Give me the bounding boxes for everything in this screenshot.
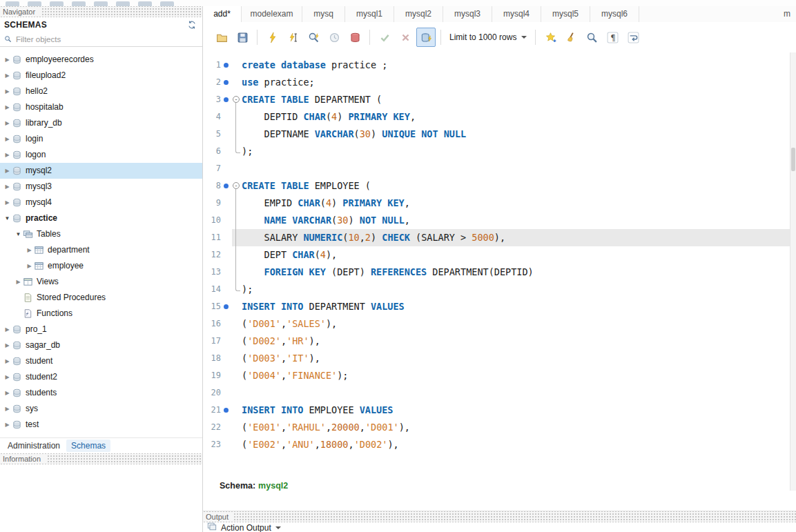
chevron-down-icon[interactable] — [275, 526, 281, 532]
code-line-9[interactable]: 9 EMPID CHAR(4) PRIMARY KEY, — [203, 195, 790, 212]
wrap-text-icon[interactable] — [623, 28, 643, 47]
code-line-12[interactable]: 12 DEPT CHAR(4), — [203, 246, 790, 264]
code-line-21[interactable]: 21INSERT INTO EMPLOYEE VALUES — [203, 402, 790, 419]
open-sql-file-icon[interactable] — [212, 28, 231, 47]
save-snippet-icon[interactable] — [541, 28, 560, 47]
chevron-collapsed-icon[interactable]: ▶ — [3, 104, 12, 110]
chevron-collapsed-icon[interactable]: ▶ — [3, 199, 12, 206]
code-line-19[interactable]: 19('D004','FINANCE'); — [203, 367, 790, 384]
tree-item-stored-procedures[interactable]: Stored Procedures — [0, 290, 202, 306]
editor-scrollbar[interactable] — [790, 52, 796, 491]
code-line-17[interactable]: 17('D002','HR'), — [203, 333, 790, 350]
tree-item-library-db[interactable]: ▶library_db — [0, 115, 202, 131]
editor-tab-mysql3[interactable]: mysql3 — [443, 6, 492, 22]
tree-item-login[interactable]: ▶login — [0, 131, 202, 147]
chevron-collapsed-icon[interactable]: ▶ — [25, 247, 34, 253]
code-line-2[interactable]: 2use practice; — [203, 74, 790, 91]
editor-tab-mysql4[interactable]: mysql4 — [492, 6, 541, 22]
code-line-22[interactable]: 22('E001','RAHUL',20000,'D001'), — [203, 419, 790, 436]
tree-item-students[interactable]: ▶students — [0, 385, 202, 401]
code-line-1[interactable]: 1create database practice ; — [203, 57, 790, 74]
chevron-collapsed-icon[interactable]: ▶ — [14, 279, 23, 285]
tree-item-hospitalab[interactable]: ▶hospitalab — [0, 99, 202, 115]
filter-objects-input[interactable] — [14, 35, 198, 44]
tree-item-fileupload2[interactable]: ▶fileupload2 — [0, 68, 202, 83]
editor-tab-mysql2[interactable]: mysql2 — [394, 6, 443, 22]
chevron-collapsed-icon[interactable]: ▶ — [3, 88, 12, 95]
code-line-20[interactable]: 20 — [203, 384, 790, 402]
editor-scrollbar-thumb[interactable] — [791, 148, 795, 171]
commit-icon[interactable] — [375, 28, 394, 47]
editor-tab-mysq[interactable]: mysq — [302, 6, 345, 22]
code-line-7[interactable]: 7 — [203, 160, 790, 177]
chevron-collapsed-icon[interactable]: ▶ — [3, 57, 12, 63]
tree-item-test[interactable]: ▶test — [0, 417, 202, 433]
chevron-expanded-icon[interactable]: ▼ — [3, 215, 12, 221]
code-line-13[interactable]: 13 FOREIGN KEY (DEPT) REFERENCES DEPARTM… — [203, 264, 790, 281]
chevron-collapsed-icon[interactable]: ▶ — [3, 422, 12, 428]
tree-item-pro-1[interactable]: ▶pro_1 — [0, 322, 202, 337]
tree-item-employee[interactable]: ▶employee — [0, 258, 202, 274]
code-line-18[interactable]: 18('D003','IT'), — [203, 350, 790, 367]
chevron-collapsed-icon[interactable]: ▶ — [25, 263, 34, 269]
chevron-collapsed-icon[interactable]: ▶ — [3, 72, 12, 79]
rollback-icon[interactable] — [396, 28, 415, 47]
beautify-script-icon[interactable] — [561, 28, 581, 47]
tree-item-mysql4[interactable]: ▶mysql4 — [0, 195, 202, 210]
execute-script-icon[interactable] — [262, 28, 282, 47]
refresh-schemas-icon[interactable] — [187, 20, 197, 30]
code-line-5[interactable]: 5 DEPTNAME VARCHAR(30) UNIQUE NOT NULL — [203, 126, 790, 143]
execute-statement-icon[interactable] — [283, 28, 302, 47]
fold-collapse-icon[interactable]: - — [233, 182, 240, 189]
editor-tab-m[interactable]: m — [639, 6, 796, 22]
editor-tab-mysql5[interactable]: mysql5 — [541, 6, 590, 22]
stop-query-icon[interactable] — [324, 28, 344, 47]
chevron-collapsed-icon[interactable]: ▶ — [3, 152, 12, 158]
limit-rows-dropdown[interactable]: Limit to 1000 rows — [449, 32, 527, 42]
code-line-6[interactable]: 6); — [203, 143, 790, 160]
tree-item-mysql3[interactable]: ▶mysql3 — [0, 179, 202, 195]
tab-administration[interactable]: Administration — [3, 440, 65, 452]
fold-collapse-icon[interactable]: - — [233, 96, 240, 103]
tree-item-student[interactable]: ▶student — [0, 353, 202, 369]
chevron-collapsed-icon[interactable]: ▶ — [3, 342, 12, 348]
save-script-icon[interactable] — [233, 28, 252, 47]
chevron-collapsed-icon[interactable]: ▶ — [3, 184, 12, 190]
tree-item-student2[interactable]: ▶student2 — [0, 369, 202, 385]
sql-code-editor[interactable]: 1create database practice ;2use practice… — [203, 52, 790, 495]
explain-plan-icon[interactable] — [304, 28, 323, 47]
tree-item-department[interactable]: ▶department — [0, 242, 202, 258]
tab-schemas[interactable]: Schemas — [66, 440, 110, 452]
editor-tab-mysql1[interactable]: mysql1 — [345, 6, 394, 22]
chevron-collapsed-icon[interactable]: ▶ — [3, 168, 12, 174]
tree-item-logon[interactable]: ▶logon — [0, 147, 202, 163]
chevron-collapsed-icon[interactable]: ▶ — [3, 326, 12, 333]
tree-item-functions[interactable]: Functions — [0, 306, 202, 322]
chevron-collapsed-icon[interactable]: ▶ — [3, 390, 12, 396]
tree-item-practice[interactable]: ▼practice — [0, 210, 202, 226]
chevron-collapsed-icon[interactable]: ▶ — [3, 374, 12, 380]
code-line-23[interactable]: 23('E002','ANU',18000,'D002'), — [203, 436, 790, 453]
tree-item-tables[interactable]: ▼Tables — [0, 226, 202, 242]
code-line-10[interactable]: 10 NAME VARCHAR(30) NOT NULL, — [203, 212, 790, 229]
code-line-14[interactable]: 14); — [203, 281, 790, 298]
find-panel-icon[interactable] — [582, 28, 601, 47]
chevron-collapsed-icon[interactable]: ▶ — [3, 120, 12, 126]
code-line-16[interactable]: 16('D001','SALES'), — [203, 315, 790, 333]
code-line-4[interactable]: 4 DEPTID CHAR(4) PRIMARY KEY, — [203, 108, 790, 126]
code-line-11[interactable]: 11 SALARY NUMERIC(10,2) CHECK (SALARY > … — [203, 229, 790, 246]
chevron-expanded-icon[interactable]: ▼ — [14, 231, 23, 237]
editor-tab-modelexam[interactable]: modelexam — [242, 6, 302, 22]
code-line-3[interactable]: 3-CREATE TABLE DEPARTMENT ( — [203, 91, 790, 108]
tree-item-hello2[interactable]: ▶hello2 — [0, 83, 202, 99]
tree-item-views[interactable]: ▶Views — [0, 274, 202, 290]
tree-item-employeerecordes[interactable]: ▶employeerecordes — [0, 52, 202, 68]
invisible-characters-icon[interactable]: ¶ — [603, 28, 622, 47]
tree-item-sys[interactable]: ▶sys — [0, 401, 202, 417]
chevron-collapsed-icon[interactable]: ▶ — [3, 406, 12, 412]
stop-on-error-icon[interactable] — [345, 28, 365, 47]
chevron-collapsed-icon[interactable]: ▶ — [3, 136, 12, 142]
output-selector[interactable]: Action Output — [221, 523, 271, 532]
tree-item-mysql2[interactable]: ▶mysql2 — [0, 163, 202, 179]
tree-item-sagar-db[interactable]: ▶sagar_db — [0, 337, 202, 353]
